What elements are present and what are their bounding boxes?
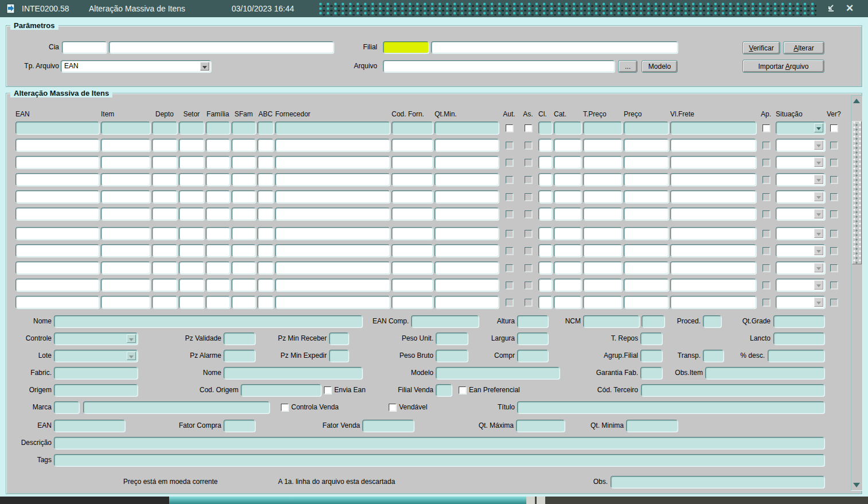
grid-cell-item[interactable] [101, 261, 150, 274]
grid-cell-depto[interactable] [152, 208, 177, 220]
grid-cell-familia[interactable] [206, 244, 230, 257]
chevron-down-icon[interactable] [127, 334, 136, 343]
grid-cell-vl-frete[interactable] [670, 190, 756, 203]
grid-cell-familia[interactable] [206, 279, 230, 291]
grid-cell-qt-min[interactable] [435, 244, 499, 257]
grid-cell-fornecedor[interactable] [275, 139, 390, 151]
grid-cell-depto[interactable] [152, 156, 177, 169]
nome2-input[interactable] [224, 367, 362, 379]
grid-cell-sfam[interactable] [232, 139, 256, 151]
grid-cell-familia[interactable] [206, 122, 230, 134]
arquivo-input[interactable] [383, 60, 615, 72]
qt-grade-input[interactable] [773, 315, 824, 327]
grid-cell-cat[interactable] [554, 173, 581, 186]
filial-venda-input[interactable] [436, 384, 452, 396]
grid-cell-ean[interactable] [15, 208, 99, 220]
grid-cell-setor[interactable] [179, 139, 204, 151]
grid-cell-fornecedor[interactable] [275, 173, 390, 186]
envia-ean-checkbox[interactable] [324, 386, 331, 394]
grid-cell-cl[interactable] [538, 227, 552, 240]
fator-compra-input[interactable] [224, 420, 255, 432]
vendavel-checkbox[interactable] [389, 404, 396, 411]
grid-cell-cod-forn[interactable] [392, 279, 433, 291]
browse-button[interactable]: ... [618, 60, 638, 73]
compr-input[interactable] [517, 350, 548, 362]
grid-cell-cl[interactable] [538, 244, 552, 257]
grid-cell-vl-frete[interactable] [670, 244, 756, 257]
grid-cell-sfam[interactable] [232, 122, 256, 134]
grid-cell-sfam[interactable] [232, 261, 256, 274]
grid-cell-t-preco[interactable] [583, 190, 622, 203]
importar-arquivo-button[interactable]: Importar Arquivo [742, 60, 824, 73]
t-repos-input[interactable] [640, 333, 662, 345]
grid-cell-abc[interactable] [257, 279, 273, 291]
grid-cell-ean[interactable] [15, 190, 99, 203]
lote-select[interactable] [54, 350, 138, 362]
grid-cell-cat[interactable] [554, 279, 581, 291]
marca-input[interactable] [54, 401, 79, 413]
grid-cell-ean[interactable] [15, 173, 99, 186]
grid-cell-setor[interactable] [179, 279, 204, 291]
grid-cell-setor[interactable] [179, 190, 204, 203]
grid-cell-item[interactable] [101, 208, 150, 220]
origem-input[interactable] [54, 384, 138, 396]
grid-cell-depto[interactable] [152, 261, 177, 274]
grid-cell-item[interactable] [101, 296, 150, 308]
grid-cell-cod-forn[interactable] [392, 261, 433, 274]
grid-cell-abc[interactable] [257, 122, 273, 134]
grid-cell-vl-frete[interactable] [670, 156, 756, 169]
chevron-down-icon[interactable] [127, 351, 136, 360]
grid-cell-fornecedor[interactable] [275, 122, 390, 134]
nome-input[interactable] [54, 315, 362, 327]
grid-cell-depto[interactable] [152, 279, 177, 291]
filial-input[interactable] [383, 41, 429, 53]
grid-cell-depto[interactable] [152, 296, 177, 308]
grid-cell-cl[interactable] [538, 279, 552, 291]
tp-arquivo-select[interactable]: EAN [61, 60, 211, 72]
grid-cell-familia[interactable] [206, 227, 230, 240]
grid-cell-setor[interactable] [179, 173, 204, 186]
scroll-up-icon[interactable] [853, 99, 860, 103]
grid-cell-t-preco[interactable] [583, 173, 622, 186]
grid-cell-setor[interactable] [179, 296, 204, 308]
grid-cell-ver[interactable] [830, 124, 838, 132]
grid-cell-qt-min[interactable] [435, 261, 499, 274]
grid-cell-fornecedor[interactable] [275, 261, 390, 274]
grid-cell-item[interactable] [101, 122, 150, 134]
grid-cell-fornecedor[interactable] [275, 208, 390, 220]
verificar-button[interactable]: Verificar [742, 41, 780, 54]
grid-cell-abc[interactable] [257, 296, 273, 308]
grid-cell-cat[interactable] [554, 208, 581, 220]
grid-cell-cl[interactable] [538, 261, 552, 274]
grid-cell-vl-frete[interactable] [670, 227, 756, 240]
pz-validade-input[interactable] [224, 333, 255, 345]
grid-cell-ean[interactable] [15, 227, 99, 240]
grid-cell-t-preco[interactable] [583, 156, 622, 169]
taskbar-button-1[interactable] [526, 497, 535, 504]
grid-cell-sfam[interactable] [232, 279, 256, 291]
grid-cell-ean[interactable] [15, 261, 99, 274]
grid-cell-t-preco[interactable] [583, 208, 622, 220]
grid-cell-t-preco[interactable] [583, 261, 622, 274]
grid-cell-sfam[interactable] [232, 156, 256, 169]
grid-cell-preco[interactable] [624, 244, 668, 257]
marca-nome-input[interactable] [83, 401, 269, 413]
grid-cell-depto[interactable] [152, 227, 177, 240]
grid-cell-cod-forn[interactable] [392, 190, 433, 203]
grid-cell-abc[interactable] [257, 139, 273, 151]
controla-venda-checkbox[interactable] [281, 404, 288, 411]
grid-cell-fornecedor[interactable] [275, 279, 390, 291]
grid-cell-qt-min[interactable] [435, 190, 499, 203]
grid-cell-qt-min[interactable] [435, 208, 499, 220]
grid-cell-ean[interactable] [15, 244, 99, 257]
grid-cell-vl-frete[interactable] [670, 122, 756, 134]
grid-cell-vl-frete[interactable] [670, 279, 756, 291]
cia-nome-input[interactable] [109, 41, 334, 53]
grid-cell-item[interactable] [101, 190, 150, 203]
grid-cell-cl[interactable] [538, 156, 552, 169]
pz-alarme-input[interactable] [224, 350, 255, 362]
grid-cell-preco[interactable] [624, 261, 668, 274]
pz-min-expedir-input[interactable] [329, 350, 349, 362]
grid-cell-abc[interactable] [257, 227, 273, 240]
grid-cell-preco[interactable] [624, 296, 668, 308]
